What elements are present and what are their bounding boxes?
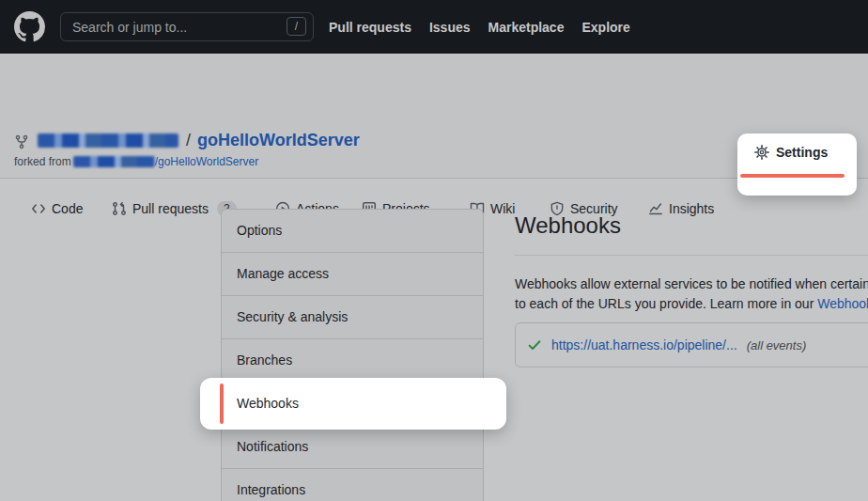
webhooks-description: Webhooks allow external services to be n…	[515, 274, 868, 314]
forked-from-label: forked from	[14, 155, 71, 168]
heading-divider	[515, 255, 868, 256]
check-icon	[527, 337, 542, 352]
sidebar-item-webhooks-spotlight[interactable]: Webhooks	[200, 378, 506, 430]
sidebar-item-security-analysis[interactable]: Security & analysis	[222, 296, 483, 339]
repo-name-link[interactable]: goHelloWorldServer	[197, 131, 360, 150]
webhook-events-label: (all events)	[747, 338, 807, 352]
nav-explore[interactable]: Explore	[581, 20, 629, 35]
active-item-indicator	[220, 384, 224, 424]
repo-title: / goHelloWorldServer	[38, 129, 360, 151]
sidebar-item-notifications[interactable]: Notifications	[222, 426, 483, 469]
webhook-list-item: https://uat.harness.io/pipeline/... (all…	[515, 322, 868, 368]
tab-label: Code	[52, 201, 83, 216]
nav-pull-requests[interactable]: Pull requests	[329, 20, 411, 35]
description-line-1: Webhooks allow external services to be n…	[515, 274, 868, 294]
webhook-url-link[interactable]: https://uat.harness.io/pipeline/...	[551, 337, 737, 352]
description-line-2-text: to each of the URLs you provide. Learn m…	[515, 296, 817, 311]
search-input[interactable]	[61, 13, 313, 40]
slash-shortcut-hint: /	[287, 17, 306, 36]
tab-settings-label: Settings	[776, 145, 828, 160]
sidebar-item-manage-access[interactable]: Manage access	[222, 253, 483, 296]
tab-pull-requests[interactable]: Pull requests 2	[112, 185, 237, 231]
pull-request-icon	[112, 201, 127, 216]
nav-marketplace[interactable]: Marketplace	[488, 20, 565, 35]
tab-insights[interactable]: Insights	[648, 185, 714, 231]
tab-label: Pull requests	[132, 201, 209, 216]
active-tab-underline	[740, 174, 845, 178]
sidebar-item-options[interactable]: Options	[222, 210, 483, 253]
graph-icon	[648, 201, 663, 216]
repo-separator: /	[186, 131, 191, 150]
tab-label: Wiki	[490, 201, 515, 216]
tab-settings-spotlight[interactable]: Settings	[737, 133, 857, 196]
redacted-owner-name	[38, 133, 178, 148]
global-search: /	[60, 12, 314, 41]
sidebar-item-webhooks-label: Webhooks	[237, 378, 299, 430]
header-nav: Pull requests Issues Marketplace Explore	[329, 0, 630, 54]
repo-forked-icon	[14, 134, 29, 153]
gear-icon	[754, 145, 769, 160]
redacted-parent-owner	[73, 156, 155, 167]
settings-sidebar: Options Manage access Security & analysi…	[221, 209, 484, 501]
forked-from-line: forked from /goHelloWorldServer	[14, 155, 258, 168]
description-line-2: to each of the URLs you provide. Learn m…	[515, 294, 868, 314]
page-title: Webhooks	[515, 212, 621, 239]
nav-issues[interactable]: Issues	[429, 20, 471, 35]
global-header: / Pull requests Issues Marketplace Explo…	[0, 0, 868, 54]
webhooks-guide-link[interactable]: Webhooks Guide.	[817, 296, 868, 311]
tab-code[interactable]: Code	[31, 185, 83, 231]
sidebar-item-integrations[interactable]: Integrations	[222, 469, 483, 501]
sidebar-item-branches[interactable]: Branches	[222, 339, 483, 383]
github-logo-icon[interactable]	[14, 11, 45, 42]
code-icon	[31, 201, 46, 216]
forked-repo-link[interactable]: /goHelloWorldServer	[155, 155, 259, 168]
tab-label: Insights	[669, 201, 714, 216]
